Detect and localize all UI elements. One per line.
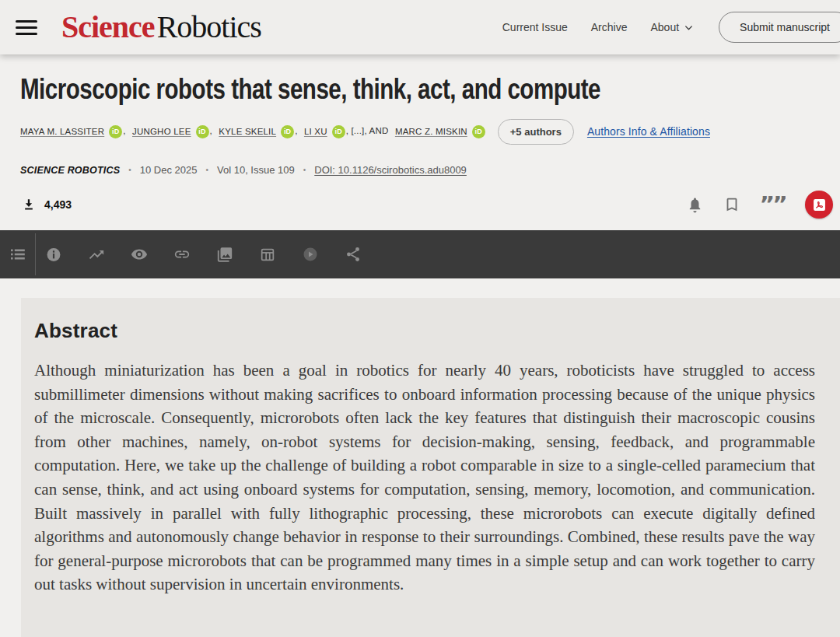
logo-science: Science	[61, 9, 155, 44]
author-separator: ,	[295, 126, 300, 135]
play-icon[interactable]	[302, 246, 319, 263]
orcid-icon[interactable]: iD	[196, 125, 209, 138]
downloads-metric: 4,493	[21, 197, 72, 212]
metrics-row: 4,493 ””	[0, 188, 840, 221]
action-icons: ””	[686, 191, 833, 219]
more-authors-button[interactable]: +5 authors	[498, 119, 574, 145]
info-icon[interactable]	[45, 246, 62, 263]
authors-ellipsis: , [...], AND	[346, 126, 391, 135]
author-separator: ,	[210, 126, 215, 135]
eye-icon[interactable]	[131, 246, 148, 263]
nav-item-current-issue[interactable]: Current Issue	[502, 21, 568, 33]
journal-logo[interactable]: ScienceRobotics	[61, 12, 261, 43]
authors-info-link[interactable]: Authors Info & Affiliations	[587, 125, 710, 138]
downloads-count: 4,493	[44, 198, 72, 211]
orcid-icon[interactable]: iD	[281, 125, 294, 138]
contents-icon[interactable]	[0, 245, 35, 264]
toolbar-icons	[45, 246, 362, 263]
orcid-icon[interactable]: iD	[332, 125, 345, 138]
volume-issue: Vol 10, Issue 109	[217, 164, 295, 176]
link-icon[interactable]	[173, 246, 191, 263]
author-link[interactable]: MAYA M. LASSITER	[20, 126, 104, 135]
notifications-bell-icon[interactable]	[686, 196, 704, 214]
orcid-icon[interactable]: iD	[472, 125, 485, 138]
tables-icon[interactable]	[259, 246, 276, 263]
share-icon[interactable]	[345, 246, 362, 263]
author-link[interactable]: LI XU	[304, 126, 327, 135]
article-toolbar	[0, 230, 840, 278]
article-meta: SCIENCE ROBOTICS 10 Dec 2025 Vol 10, Iss…	[20, 164, 467, 176]
abstract-text: Although miniaturization has been a goal…	[34, 359, 815, 597]
media-icon[interactable]	[216, 246, 233, 263]
nav-item-archive[interactable]: Archive	[591, 21, 628, 33]
author-link[interactable]: KYLE SKELIL	[219, 126, 276, 135]
main-nav: Current IssueArchiveAbout	[502, 21, 694, 33]
chevron-down-icon	[684, 23, 694, 33]
menu-icon[interactable]	[16, 16, 37, 39]
article-page: ScienceRobotics Current IssueArchiveAbou…	[0, 0, 840, 637]
logo-robotics: Robotics	[157, 9, 261, 44]
metrics-icon[interactable]	[88, 246, 105, 263]
abstract-section: Abstract Although miniaturization has be…	[21, 298, 840, 637]
author-link[interactable]: JUNGHO LEE	[132, 126, 191, 135]
orcid-icon[interactable]: iD	[109, 125, 122, 138]
publish-date: 10 Dec 2025	[140, 164, 198, 176]
page-title: Microscopic robots that sense, think, ac…	[20, 73, 600, 106]
authors-row: MAYA M. LASSITERiD, JUNGHO LEEiD, KYLE S…	[20, 119, 837, 144]
meta-separator	[128, 164, 131, 176]
toolbar-divider	[35, 233, 36, 275]
nav-item-about[interactable]: About	[650, 21, 694, 33]
doi-link[interactable]: DOI: 10.1126/scirobotics.adu8009	[314, 164, 467, 176]
cite-quote-icon[interactable]: ””	[760, 196, 786, 213]
submit-manuscript-button[interactable]: Submit manuscript	[719, 12, 840, 43]
meta-separator	[205, 164, 208, 176]
download-icon	[21, 197, 37, 212]
meta-separator	[303, 164, 306, 176]
site-header: ScienceRobotics Current IssueArchiveAbou…	[0, 0, 840, 54]
bookmark-icon[interactable]	[723, 196, 740, 213]
pdf-download-icon[interactable]	[805, 191, 833, 219]
author-separator: ,	[123, 126, 128, 135]
author-link[interactable]: MARC Z. MISKIN	[395, 126, 467, 135]
abstract-heading: Abstract	[34, 319, 815, 343]
journal-name: SCIENCE ROBOTICS	[20, 165, 120, 176]
authors-list: MAYA M. LASSITERiD, JUNGHO LEEiD, KYLE S…	[20, 125, 486, 138]
